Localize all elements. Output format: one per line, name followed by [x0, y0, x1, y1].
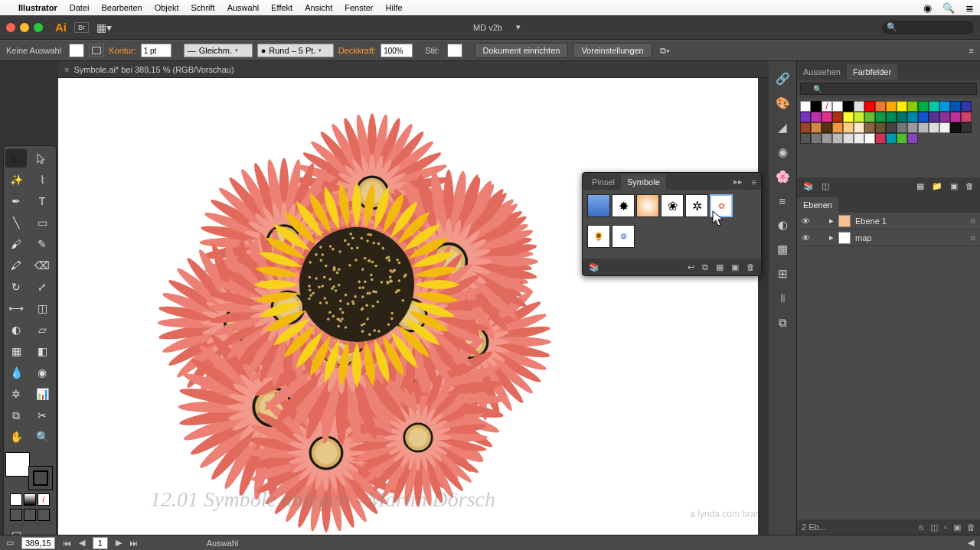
swatch[interactable]: [864, 101, 875, 112]
menu-edit[interactable]: Bearbeiten: [101, 3, 142, 12]
layer-name[interactable]: map: [855, 233, 871, 242]
document-setup-button[interactable]: Dokument einrichten: [475, 43, 569, 58]
line-tool[interactable]: ╲: [5, 213, 27, 232]
fill-color[interactable]: [5, 452, 30, 477]
swatch[interactable]: [822, 112, 832, 122]
menu-view[interactable]: Ansicht: [305, 3, 332, 12]
swatch[interactable]: [843, 122, 854, 133]
swatch[interactable]: [832, 122, 843, 133]
menu-object[interactable]: Objekt: [155, 3, 179, 12]
stroke-swatch[interactable]: [89, 44, 104, 57]
swatch[interactable]: [939, 101, 950, 112]
swatch[interactable]: [875, 133, 886, 144]
delete-symbol-icon[interactable]: 🗑: [746, 262, 755, 272]
color-mode-gradient[interactable]: [24, 493, 36, 506]
symbol-libraries-icon[interactable]: 📚: [589, 262, 599, 272]
symbol-ink[interactable]: ✸: [612, 194, 635, 217]
swatch[interactable]: [843, 112, 854, 122]
blend-tool[interactable]: ◉: [31, 363, 53, 382]
pathfinder-panel-icon[interactable]: ⧉: [779, 316, 787, 330]
swatch-options-icon[interactable]: ▦: [916, 181, 924, 191]
tab-appearance[interactable]: Aussehen: [797, 64, 847, 80]
style-swatch[interactable]: [447, 44, 462, 57]
direct-selection-tool[interactable]: [31, 149, 53, 168]
swatch[interactable]: [961, 112, 972, 122]
swatch-search-input[interactable]: [800, 83, 977, 95]
menu-window[interactable]: Fenster: [345, 3, 373, 12]
width-tool[interactable]: ⟷: [5, 299, 27, 317]
paintbrush-tool[interactable]: 🖌: [5, 235, 27, 253]
magic-wand-tool[interactable]: ✨: [5, 171, 27, 189]
rectangle-tool[interactable]: ▭: [31, 213, 53, 232]
make-clip-icon[interactable]: ◫: [930, 522, 938, 532]
swatch[interactable]: [939, 122, 950, 133]
swatch[interactable]: [897, 112, 907, 122]
brush-select[interactable]: ●Rund – 5 Pt.▾: [257, 44, 334, 57]
new-symbol-icon[interactable]: ▣: [731, 262, 739, 272]
swatch[interactable]: [811, 133, 822, 144]
artboard-nav-prev[interactable]: ◀: [79, 538, 85, 548]
transparency-panel-icon[interactable]: ◐: [778, 218, 788, 232]
symbol-leaf[interactable]: ❀: [661, 194, 684, 217]
visibility-icon[interactable]: 👁: [802, 216, 812, 226]
tab-layers[interactable]: Ebenen: [797, 197, 838, 213]
draw-normal[interactable]: [10, 509, 22, 521]
swatch[interactable]: [875, 101, 886, 112]
new-sublayer-icon[interactable]: ▫: [944, 522, 947, 532]
swatch[interactable]: [832, 133, 843, 144]
mesh-tool[interactable]: ▦: [5, 342, 27, 360]
preferences-button[interactable]: Voreinstellungen: [573, 43, 652, 58]
align-panel-icon[interactable]: ⫴: [780, 291, 786, 305]
layer-row[interactable]: 👁 ▸ map ○: [797, 229, 980, 246]
swatch[interactable]: [822, 122, 832, 133]
swatch[interactable]: [897, 101, 907, 112]
type-tool[interactable]: T: [31, 192, 53, 210]
draw-inside[interactable]: [38, 509, 50, 521]
swatch[interactable]: [886, 122, 897, 133]
layer-row[interactable]: 👁 ▸ Ebene 1 ○: [797, 213, 980, 229]
opacity-input[interactable]: 100%: [381, 44, 413, 57]
swatch[interactable]: [832, 101, 843, 112]
artboard-nav-first[interactable]: ⏮: [63, 539, 71, 548]
navigator-panel-icon[interactable]: ▦: [777, 242, 788, 256]
menu-file[interactable]: Datei: [70, 3, 90, 12]
swatch[interactable]: [864, 112, 875, 122]
swatch[interactable]: [800, 112, 811, 122]
symbol-gerbera[interactable]: ✿: [710, 194, 733, 217]
break-link-icon[interactable]: ⧉: [702, 262, 708, 272]
swatch[interactable]: [875, 122, 886, 133]
menu-type[interactable]: Schrift: [191, 3, 214, 12]
close-window[interactable]: [6, 23, 15, 32]
stroke-profile-select[interactable]: —Gleichm.▾: [184, 44, 253, 57]
eyedropper-tool[interactable]: 💧: [5, 363, 27, 382]
swatch[interactable]: [811, 122, 822, 133]
symbol-options-icon[interactable]: ▦: [716, 262, 724, 272]
swatch[interactable]: [918, 112, 929, 122]
symbol-sprayer-tool[interactable]: ✲: [5, 385, 27, 403]
pencil-tool[interactable]: ✎: [31, 235, 53, 253]
swatch[interactable]: [897, 133, 907, 144]
swatch[interactable]: [907, 122, 918, 133]
swatch[interactable]: [950, 101, 961, 112]
app-name[interactable]: Illustrator: [18, 3, 57, 12]
swatch[interactable]: [843, 101, 854, 112]
zoom-value[interactable]: 389,15: [21, 537, 55, 549]
controlbar-menu-icon[interactable]: ≡: [969, 46, 974, 55]
stroke-panel-icon[interactable]: ≡: [779, 194, 786, 207]
new-swatch-icon[interactable]: ▣: [950, 181, 958, 191]
menu-effect[interactable]: Effekt: [271, 3, 292, 12]
swatch-libraries-icon[interactable]: 📚: [803, 181, 814, 191]
transform-panel-icon[interactable]: ⊞: [778, 267, 788, 281]
recolor-panel-icon[interactable]: ◉: [778, 145, 788, 159]
slice-tool[interactable]: ✂: [31, 406, 53, 425]
layer-name[interactable]: Ebene 1: [855, 216, 887, 226]
swatch[interactable]: [886, 133, 897, 144]
swatch-kind-icon[interactable]: ◫: [822, 181, 829, 191]
expand-icon[interactable]: ▸: [829, 233, 834, 242]
color-panel-icon[interactable]: 🎨: [776, 96, 790, 110]
symbol-blueflower[interactable]: ❁: [612, 225, 635, 248]
menu-select[interactable]: Auswahl: [227, 3, 260, 12]
swatch[interactable]: [800, 101, 811, 112]
swatch[interactable]: [918, 122, 929, 133]
symbol-orb[interactable]: [636, 194, 659, 217]
